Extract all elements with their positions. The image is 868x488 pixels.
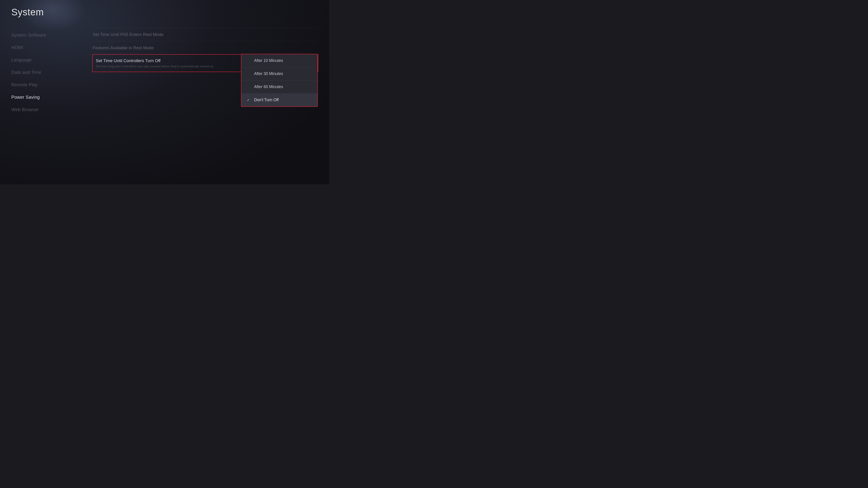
dropdown-label-30-min: After 30 Minutes [254,71,283,76]
dropdown-item-10-min[interactable]: ✓ After 10 Minutes [241,54,317,67]
sidebar-item-hdmi[interactable]: HDMI [11,41,74,54]
sidebar-item-power-saving[interactable]: Power Saving [11,91,74,103]
dropdown-item-30-min[interactable]: ✓ After 30 Minutes [241,67,317,80]
dropdown-label-10-min: After 10 Minutes [254,58,283,63]
main-content: Set Time Until PS5 Enters Rest Mode Feat… [74,27,318,116]
setting-row-rest-mode-features[interactable]: Features Available in Rest Mode [93,41,318,55]
dropdown-item-60-min[interactable]: ✓ After 60 Minutes [241,80,317,94]
dropdown-label-60-min: After 60 Minutes [254,85,283,89]
page-title: System [11,7,318,18]
sidebar-item-date-and-time[interactable]: Date and Time [11,66,74,78]
dropdown-popup: ✓ After 10 Minutes ✓ After 30 Minutes ✓ … [241,54,318,107]
setting-label-rest-mode-features: Features Available in Rest Mode [93,45,318,51]
setting-label-rest-mode: Set Time Until PS5 Enters Rest Mode [93,32,318,37]
setting-row-rest-mode[interactable]: Set Time Until PS5 Enters Rest Mode [93,28,318,41]
sidebar-item-web-browser[interactable]: Web Browser [11,103,74,116]
sidebar-item-system-software[interactable]: System Software [11,29,74,41]
sidebar-item-remote-play[interactable]: Remote Play [11,78,74,91]
dropdown-label-dont-turn-off: Don't Turn Off [254,98,279,102]
dropdown-item-dont-turn-off[interactable]: ✓ Don't Turn Off [241,94,317,106]
sidebar: System Software HDMI Language Date and T… [11,27,74,116]
check-icon-dont-turn-off: ✓ [247,98,251,102]
sidebar-item-language[interactable]: Language [11,54,74,66]
